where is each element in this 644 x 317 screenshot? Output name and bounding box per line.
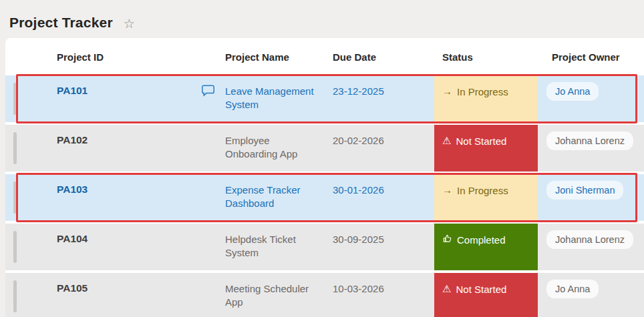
table-header-row: Project ID Project Name Due Date Status … [5, 38, 644, 75]
status-badge: →︎ In Progress [434, 174, 538, 221]
project-list-card: Project ID Project Name Due Date Status … [5, 38, 644, 317]
column-header-project-name[interactable]: Project Name [225, 51, 333, 63]
row-drag-handle[interactable] [13, 231, 17, 263]
owner-cell[interactable]: Joni Sherman [538, 174, 644, 221]
due-date[interactable]: 23-12-2025 [333, 75, 434, 122]
status-label: In Progress [457, 85, 508, 99]
status-label: Not Started [456, 283, 506, 296]
favorite-star-icon[interactable]: ☆ [124, 17, 135, 30]
table-body: PA101 Leave Management System 23-12-2025… [5, 75, 644, 317]
status-cell[interactable]: ⚠︎ Not Started [434, 125, 538, 172]
status-badge: →︎ In Progress [434, 75, 538, 122]
owner-cell[interactable]: Johanna Lorenz [538, 224, 644, 270]
project-id[interactable]: PA105 [57, 282, 88, 295]
project-id-cell[interactable]: PA104 [23, 224, 225, 270]
project-owner[interactable]: Jo Anna [546, 280, 599, 298]
table-row[interactable]: PA101 Leave Management System 23-12-2025… [5, 75, 644, 122]
project-name[interactable]: Meeting Scheduler App [225, 273, 333, 317]
table-row[interactable]: PA103 Expense Tracker Dashboard 30-01-20… [5, 174, 644, 221]
project-id-cell[interactable]: PA101 [23, 75, 225, 122]
row-gutter [5, 174, 23, 221]
row-drag-handle[interactable] [13, 182, 17, 214]
due-date[interactable]: 30-09-2025 [333, 224, 434, 270]
row-gutter [5, 224, 23, 270]
project-owner[interactable]: Johanna Lorenz [546, 230, 633, 249]
thumbs-up-icon [442, 234, 452, 244]
project-owner[interactable]: Jo Anna [546, 82, 599, 101]
status-cell[interactable]: →︎ In Progress [434, 75, 538, 122]
project-id-cell[interactable]: PA105 [23, 273, 225, 317]
row-drag-handle[interactable] [13, 83, 17, 115]
column-header-project-id[interactable]: Project ID [23, 51, 225, 63]
row-gutter [5, 273, 23, 317]
status-label: Completed [457, 234, 506, 247]
comment-bubble-icon[interactable] [202, 85, 216, 100]
owner-cell[interactable]: Jo Anna [538, 75, 644, 122]
project-id[interactable]: PA101 [57, 84, 88, 97]
project-name[interactable]: Leave Management System [225, 75, 333, 122]
owner-cell[interactable]: Johanna Lorenz [538, 125, 644, 172]
project-id-cell[interactable]: PA102 [23, 125, 225, 172]
row-drag-handle[interactable] [13, 132, 17, 164]
status-badge: ⚠︎ Not Started [434, 125, 538, 172]
arrow-right-icon: →︎ [442, 184, 452, 196]
status-badge: ⚠︎ Not Started [434, 273, 538, 317]
status-cell[interactable]: Completed [434, 224, 538, 270]
warning-icon: ⚠︎ [442, 135, 451, 147]
column-header-project-owner[interactable]: Project Owner [538, 51, 644, 63]
project-name[interactable]: Employee Onboarding App [225, 125, 333, 172]
arrow-right-icon: →︎ [442, 85, 452, 97]
project-id[interactable]: PA103 [57, 183, 88, 196]
page-title: Project Tracker [9, 15, 113, 31]
title-bar: Project Tracker ☆ [0, 0, 644, 37]
status-badge: Completed [434, 224, 538, 270]
status-label: In Progress [457, 184, 508, 198]
status-cell[interactable]: →︎ In Progress [434, 174, 538, 221]
warning-icon: ⚠︎ [442, 283, 451, 295]
project-owner[interactable]: Johanna Lorenz [546, 131, 633, 150]
column-header-due-date[interactable]: Due Date [333, 51, 434, 63]
due-date[interactable]: 10-03-2026 [333, 273, 434, 317]
owner-cell[interactable]: Jo Anna [538, 273, 644, 317]
project-id-cell[interactable]: PA103 [23, 174, 225, 221]
table-row[interactable]: PA104 Helpdesk Ticket System 30-09-2025 … [5, 224, 644, 270]
project-id[interactable]: PA102 [57, 133, 88, 147]
table-row[interactable]: PA102 Employee Onboarding App 20-02-2026… [5, 125, 644, 172]
row-drag-handle[interactable] [13, 280, 17, 312]
table-row[interactable]: PA105 Meeting Scheduler App 10-03-2026 ⚠… [5, 273, 644, 317]
row-gutter [5, 125, 23, 172]
project-name[interactable]: Helpdesk Ticket System [225, 224, 333, 270]
row-gutter [5, 75, 23, 122]
due-date[interactable]: 30-01-2026 [333, 174, 434, 221]
project-owner[interactable]: Joni Sherman [546, 181, 623, 200]
project-name[interactable]: Expense Tracker Dashboard [225, 174, 333, 221]
status-cell[interactable]: ⚠︎ Not Started [434, 273, 538, 317]
column-header-status[interactable]: Status [434, 51, 538, 63]
project-id[interactable]: PA104 [57, 232, 88, 246]
due-date[interactable]: 20-02-2026 [333, 125, 434, 172]
status-label: Not Started [456, 135, 506, 148]
